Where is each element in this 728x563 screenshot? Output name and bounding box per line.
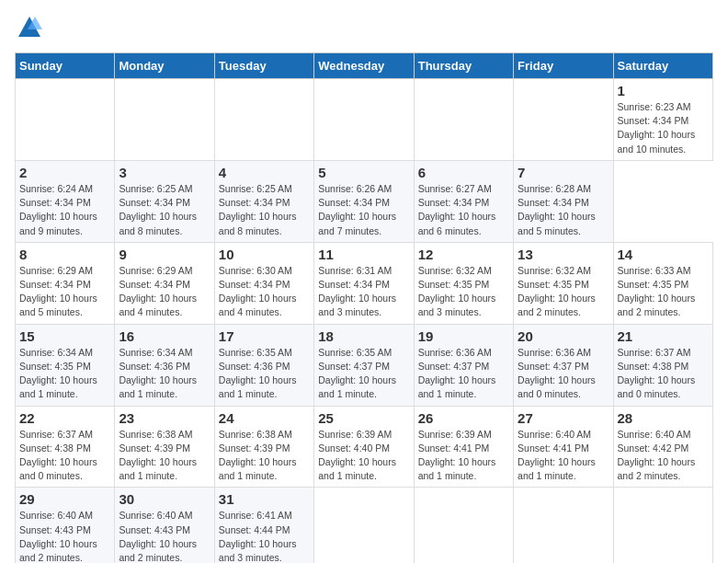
day-cell-18: 18 Sunrise: 6:35 AM Sunset: 4:37 PM Dayl… — [314, 324, 414, 406]
day-cell-14: 14 Sunrise: 6:33 AM Sunset: 4:35 PM Dayl… — [613, 242, 712, 324]
day-info: Sunrise: 6:33 AM Sunset: 4:35 PM Dayligh… — [618, 264, 709, 320]
day-cell-24: 24 Sunrise: 6:38 AM Sunset: 4:39 PM Dayl… — [214, 406, 313, 488]
day-number: 7 — [518, 165, 609, 180]
day-number: 15 — [19, 328, 110, 344]
header-friday: Friday — [514, 53, 613, 79]
day-number: 26 — [418, 410, 509, 426]
day-cell-7: 7 Sunrise: 6:28 AM Sunset: 4:34 PM Dayli… — [514, 160, 613, 242]
header-sunday: Sunday — [16, 53, 115, 79]
day-number: 5 — [318, 165, 409, 180]
day-cell-12: 12 Sunrise: 6:32 AM Sunset: 4:35 PM Dayl… — [414, 242, 513, 324]
day-number: 30 — [119, 491, 210, 507]
day-cell-13: 13 Sunrise: 6:32 AM Sunset: 4:35 PM Dayl… — [514, 242, 613, 324]
day-number: 20 — [518, 328, 609, 344]
day-number: 13 — [518, 247, 609, 262]
calendar-header-row: SundayMondayTuesdayWednesdayThursdayFrid… — [16, 53, 713, 79]
day-number: 22 — [19, 410, 110, 426]
day-cell-22: 22 Sunrise: 6:37 AM Sunset: 4:38 PM Dayl… — [16, 406, 115, 488]
day-number: 3 — [119, 165, 210, 180]
header-tuesday: Tuesday — [214, 53, 313, 79]
day-cell-28: 28 Sunrise: 6:40 AM Sunset: 4:42 PM Dayl… — [613, 406, 712, 488]
page-header — [15, 15, 713, 45]
day-number: 11 — [318, 247, 409, 262]
empty-cell — [613, 488, 712, 563]
day-info: Sunrise: 6:40 AM Sunset: 4:41 PM Dayligh… — [518, 428, 609, 484]
day-cell-11: 11 Sunrise: 6:31 AM Sunset: 4:34 PM Dayl… — [314, 242, 414, 324]
week-row-6: 29 Sunrise: 6:40 AM Sunset: 4:43 PM Dayl… — [16, 488, 713, 563]
empty-cell — [414, 79, 513, 161]
day-number: 14 — [618, 247, 709, 262]
day-number: 27 — [518, 410, 609, 426]
day-info: Sunrise: 6:39 AM Sunset: 4:41 PM Dayligh… — [418, 428, 509, 484]
day-number: 16 — [119, 328, 210, 344]
day-info: Sunrise: 6:32 AM Sunset: 4:35 PM Dayligh… — [418, 264, 509, 320]
day-number: 12 — [418, 247, 509, 262]
day-number: 29 — [19, 491, 110, 507]
day-info: Sunrise: 6:30 AM Sunset: 4:34 PM Dayligh… — [219, 264, 310, 320]
day-info: Sunrise: 6:34 AM Sunset: 4:35 PM Dayligh… — [19, 346, 110, 402]
day-cell-20: 20 Sunrise: 6:36 AM Sunset: 4:37 PM Dayl… — [514, 324, 613, 406]
day-cell-17: 17 Sunrise: 6:35 AM Sunset: 4:36 PM Dayl… — [214, 324, 313, 406]
day-info: Sunrise: 6:40 AM Sunset: 4:42 PM Dayligh… — [618, 428, 709, 484]
day-cell-2: 2 Sunrise: 6:24 AM Sunset: 4:34 PM Dayli… — [16, 160, 115, 242]
day-info: Sunrise: 6:24 AM Sunset: 4:34 PM Dayligh… — [19, 182, 110, 238]
day-info: Sunrise: 6:37 AM Sunset: 4:38 PM Dayligh… — [618, 346, 709, 402]
day-cell-9: 9 Sunrise: 6:29 AM Sunset: 4:34 PM Dayli… — [115, 242, 214, 324]
logo-icon — [17, 15, 42, 40]
day-info: Sunrise: 6:36 AM Sunset: 4:37 PM Dayligh… — [518, 346, 609, 402]
day-cell-23: 23 Sunrise: 6:38 AM Sunset: 4:39 PM Dayl… — [115, 406, 214, 488]
empty-cell — [16, 79, 115, 161]
day-cell-3: 3 Sunrise: 6:25 AM Sunset: 4:34 PM Dayli… — [115, 160, 214, 242]
day-info: Sunrise: 6:29 AM Sunset: 4:34 PM Dayligh… — [19, 264, 110, 320]
day-cell-5: 5 Sunrise: 6:26 AM Sunset: 4:34 PM Dayli… — [314, 160, 414, 242]
empty-cell — [115, 79, 214, 161]
day-number: 8 — [19, 247, 110, 262]
day-cell-4: 4 Sunrise: 6:25 AM Sunset: 4:34 PM Dayli… — [214, 160, 313, 242]
day-number: 4 — [219, 165, 310, 180]
day-info: Sunrise: 6:29 AM Sunset: 4:34 PM Dayligh… — [119, 264, 210, 320]
week-row-5: 22 Sunrise: 6:37 AM Sunset: 4:38 PM Dayl… — [16, 406, 713, 488]
header-thursday: Thursday — [414, 53, 513, 79]
empty-cell — [414, 488, 513, 563]
header-wednesday: Wednesday — [314, 53, 414, 79]
day-info: Sunrise: 6:35 AM Sunset: 4:37 PM Dayligh… — [318, 346, 409, 402]
day-info: Sunrise: 6:39 AM Sunset: 4:40 PM Dayligh… — [318, 428, 409, 484]
empty-cell — [514, 488, 613, 563]
day-number: 1 — [618, 83, 709, 98]
header-monday: Monday — [115, 53, 214, 79]
day-cell-6: 6 Sunrise: 6:27 AM Sunset: 4:34 PM Dayli… — [414, 160, 513, 242]
day-info: Sunrise: 6:34 AM Sunset: 4:36 PM Dayligh… — [119, 346, 210, 402]
day-number: 21 — [618, 328, 709, 344]
day-info: Sunrise: 6:38 AM Sunset: 4:39 PM Dayligh… — [219, 428, 310, 484]
day-number: 6 — [418, 165, 509, 180]
calendar-table: SundayMondayTuesdayWednesdayThursdayFrid… — [15, 52, 713, 563]
day-info: Sunrise: 6:23 AM Sunset: 4:34 PM Dayligh… — [618, 100, 709, 156]
day-info: Sunrise: 6:25 AM Sunset: 4:34 PM Dayligh… — [119, 182, 210, 238]
day-cell-8: 8 Sunrise: 6:29 AM Sunset: 4:34 PM Dayli… — [16, 242, 115, 324]
day-number: 23 — [119, 410, 210, 426]
day-info: Sunrise: 6:38 AM Sunset: 4:39 PM Dayligh… — [119, 428, 210, 484]
day-number: 10 — [219, 247, 310, 262]
day-info: Sunrise: 6:28 AM Sunset: 4:34 PM Dayligh… — [518, 182, 609, 238]
day-cell-10: 10 Sunrise: 6:30 AM Sunset: 4:34 PM Dayl… — [214, 242, 313, 324]
week-row-4: 15 Sunrise: 6:34 AM Sunset: 4:35 PM Dayl… — [16, 324, 713, 406]
day-number: 31 — [219, 491, 310, 507]
day-info: Sunrise: 6:36 AM Sunset: 4:37 PM Dayligh… — [418, 346, 509, 402]
day-cell-25: 25 Sunrise: 6:39 AM Sunset: 4:40 PM Dayl… — [314, 406, 414, 488]
day-cell-16: 16 Sunrise: 6:34 AM Sunset: 4:36 PM Dayl… — [115, 324, 214, 406]
empty-cell — [214, 79, 313, 161]
empty-cell — [514, 79, 613, 161]
day-cell-29: 29 Sunrise: 6:40 AM Sunset: 4:43 PM Dayl… — [16, 488, 115, 563]
empty-cell — [314, 79, 414, 161]
day-info: Sunrise: 6:31 AM Sunset: 4:34 PM Dayligh… — [318, 264, 409, 320]
day-info: Sunrise: 6:25 AM Sunset: 4:34 PM Dayligh… — [219, 182, 310, 238]
day-cell-26: 26 Sunrise: 6:39 AM Sunset: 4:41 PM Dayl… — [414, 406, 513, 488]
day-cell-19: 19 Sunrise: 6:36 AM Sunset: 4:37 PM Dayl… — [414, 324, 513, 406]
empty-cell — [314, 488, 414, 563]
day-cell-1: 1 Sunrise: 6:23 AM Sunset: 4:34 PM Dayli… — [613, 79, 712, 161]
day-info: Sunrise: 6:35 AM Sunset: 4:36 PM Dayligh… — [219, 346, 310, 402]
day-number: 9 — [119, 247, 210, 262]
day-number: 17 — [219, 328, 310, 344]
logo — [15, 15, 42, 45]
week-row-2: 2 Sunrise: 6:24 AM Sunset: 4:34 PM Dayli… — [16, 160, 713, 242]
